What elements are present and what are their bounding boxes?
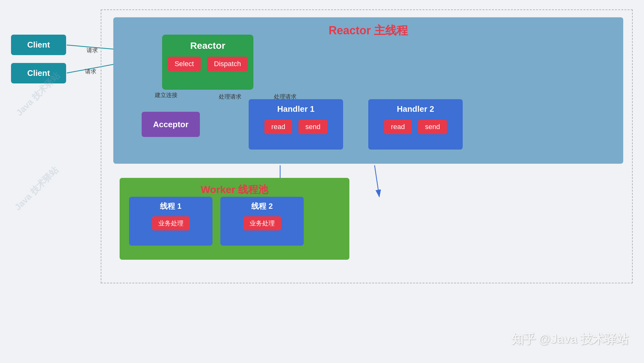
- dispatch-button[interactable]: Dispatch: [207, 57, 248, 71]
- handler2-send-button[interactable]: send: [418, 120, 447, 134]
- client1-title: Client: [27, 40, 50, 50]
- thread2-box: 线程 2 业务处理: [220, 197, 304, 246]
- watermark-2: Java 技术驿站: [12, 164, 61, 213]
- worker-pool: Worker 线程池 线程 1 业务处理 线程 2 业务处理: [120, 178, 349, 260]
- acceptor-title: Acceptor: [153, 120, 189, 129]
- reactor-buttons: Select Dispatch: [168, 57, 248, 71]
- reactor-title: Reactor: [190, 40, 225, 51]
- request-label-2: 请求: [85, 68, 96, 75]
- handle-req-label-2: 处理请求: [274, 93, 297, 100]
- handler2-title: Handler 2: [397, 104, 434, 114]
- handle-req-label-1: 处理请求: [219, 93, 241, 100]
- handler1-buttons: read send: [264, 120, 327, 134]
- reactor-box: Reactor Select Dispatch: [162, 35, 253, 90]
- client1-box: Client: [11, 35, 66, 55]
- handler1-title: Handler 1: [277, 104, 315, 114]
- request-label-1: 请求: [87, 47, 98, 54]
- brand-watermark: 知乎 @Java 技术驿站: [511, 331, 628, 347]
- acceptor-box: Acceptor: [142, 112, 200, 137]
- handler1-read-button[interactable]: read: [264, 120, 292, 134]
- handler2-read-button[interactable]: read: [384, 120, 412, 134]
- handler2-box: Handler 2 read send: [368, 99, 463, 150]
- reactor-main-title: Reactor 主线程: [329, 23, 408, 38]
- thread1-title: 线程 1: [160, 201, 181, 211]
- thread2-title: 线程 2: [251, 201, 273, 211]
- handler1-box: Handler 1 read send: [249, 99, 343, 150]
- handler1-send-button[interactable]: send: [298, 120, 327, 134]
- client2-title: Client: [27, 68, 50, 78]
- thread1-business-button[interactable]: 业务处理: [152, 216, 190, 230]
- handler2-buttons: read send: [384, 120, 447, 134]
- client2-box: Client: [11, 63, 66, 83]
- worker-pool-title: Worker 线程池: [201, 183, 268, 197]
- establish-conn-label: 建立连接: [155, 91, 178, 99]
- reactor-main-area: Reactor 主线程 Reactor Select Dispatch Acce…: [113, 17, 623, 164]
- thread2-business-button[interactable]: 业务处理: [243, 216, 281, 230]
- thread1-box: 线程 1 业务处理: [129, 197, 212, 246]
- select-button[interactable]: Select: [168, 57, 201, 71]
